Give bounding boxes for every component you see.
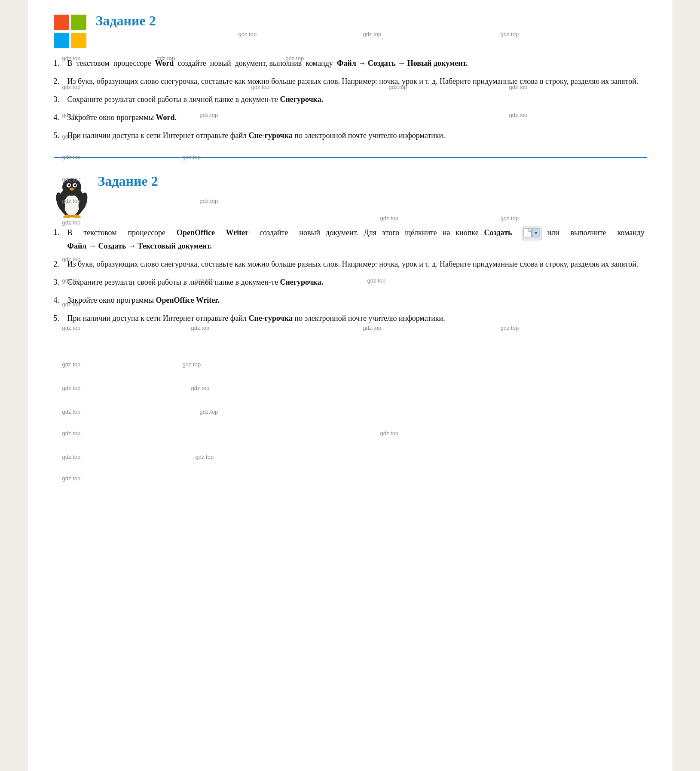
- wm-36: gdz.top: [62, 409, 81, 415]
- section-divider: [54, 157, 647, 158]
- task-4-word: Закройте окно программы Word.: [54, 112, 647, 124]
- program-oo: OpenOffice Writer.: [156, 296, 220, 304]
- logo-square-green: [71, 15, 86, 30]
- task-5-oo: При наличии доступа к сети Интернет отпр…: [54, 313, 647, 325]
- task-3-oo: Сохраните результат своей работы в лично…: [54, 276, 647, 289]
- task-2-word: Из букв, образующих слово снегурочка, со…: [54, 76, 647, 88]
- svg-point-7: [70, 188, 74, 190]
- wm-37: gdz.top: [200, 409, 218, 415]
- penguin-svg: [54, 175, 90, 218]
- logo-square-orange: [54, 15, 69, 30]
- task-1-oo: В текстовом процессоре OpenOffice Writer…: [54, 227, 647, 252]
- section-word: Задание 2 В текстовом процессоре Word со…: [54, 13, 647, 141]
- wm-28: gdz.top: [62, 325, 81, 331]
- cmd-textdoc: Текстовый документ.: [138, 242, 212, 250]
- task-4-oo: Закройте окно программы OpenOffice Write…: [54, 295, 647, 307]
- task-1-word: В текстовом процессоре Word создайте нов…: [54, 58, 647, 70]
- word-label: Word: [155, 59, 174, 68]
- arrow2: →: [397, 59, 405, 68]
- section1-title: Задание 2: [57, 13, 647, 29]
- wm-32: gdz.top: [62, 361, 81, 368]
- svg-point-2: [62, 178, 81, 196]
- svg-rect-14: [524, 228, 532, 237]
- file-snegurochka2: Сне-гурочка: [249, 314, 293, 323]
- wm-29: gdz.top: [191, 325, 210, 331]
- wm-42: gdz.top: [62, 475, 81, 482]
- wm-34: gdz.top: [62, 385, 81, 391]
- program-word: Word.: [156, 113, 177, 122]
- page: Задание 2 В текстовом процессоре Word со…: [28, 0, 672, 771]
- arrow3: →: [89, 242, 96, 250]
- cmd-create2: Создать: [98, 242, 126, 250]
- section-word-header: Задание 2: [54, 13, 647, 49]
- wm-35: gdz.top: [191, 385, 210, 391]
- task-2-oo: Из букв, образующих слово снегурочка, со…: [54, 258, 647, 270]
- wm-30: gdz.top: [363, 325, 382, 331]
- logo-square-yellow: [71, 33, 86, 48]
- wm-41: gdz.top: [196, 454, 214, 460]
- linux-logo: [54, 175, 90, 218]
- wm-40: gdz.top: [62, 454, 81, 460]
- logo-square-blue: [54, 33, 69, 48]
- arrow1: →: [358, 59, 366, 68]
- section2-title: Задание 2: [57, 173, 647, 189]
- filename-snegurochka2: Снегурочка.: [280, 278, 323, 286]
- task-list-section1: В текстовом процессоре Word создайте нов…: [54, 58, 647, 141]
- wm-33: gdz.top: [183, 361, 201, 368]
- filename-snegurochka1: Снегурочка.: [280, 95, 323, 104]
- wm-39: gdz.top: [380, 430, 399, 436]
- oo-label: OpenOffice Writer: [177, 229, 248, 237]
- svg-point-6: [74, 184, 76, 187]
- cmd-file2: Файл: [67, 242, 87, 250]
- btn-create-label: Создать: [484, 229, 512, 237]
- section-openoffice: Задание 2 В текстовом процессоре OpenOff…: [54, 173, 647, 324]
- task-list-section2: В текстовом процессоре OpenOffice Writer…: [54, 227, 647, 324]
- wm-38: gdz.top: [62, 430, 81, 436]
- cmd-newdoc: Новый документ.: [407, 59, 468, 68]
- microsoft-logo: [54, 15, 88, 49]
- create-button-icon: [520, 227, 541, 240]
- task-5-word: При наличии доступа к сети Интернет отпр…: [54, 130, 647, 142]
- file-snegurochka1: Сне-гурочка: [249, 131, 293, 140]
- cmd-create1: Создать: [368, 59, 396, 68]
- wm-31: gdz.top: [501, 325, 519, 331]
- arrow4: →: [128, 242, 136, 250]
- svg-point-5: [68, 184, 70, 187]
- cmd-file1: Файл: [337, 59, 356, 68]
- task-3-word: Сохраните результат своей работы в лично…: [54, 94, 647, 106]
- section-openoffice-header: Задание 2: [54, 173, 647, 218]
- svg-point-1: [64, 195, 79, 215]
